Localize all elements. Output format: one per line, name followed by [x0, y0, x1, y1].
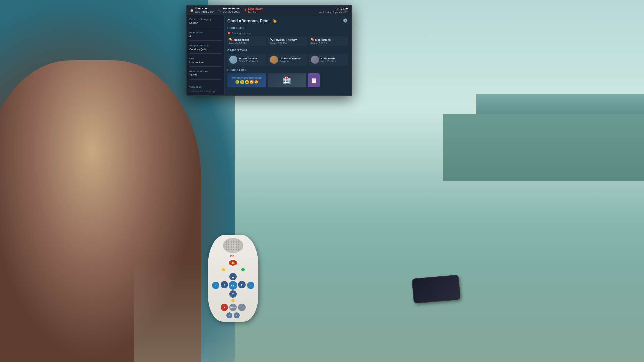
speaker-grille: [223, 238, 243, 253]
remote-control-area: PDi 🔔 ↩ ▲ ◄ OK ► ▼ ⌂: [208, 235, 262, 328]
remote-control: PDi 🔔 ↩ ▲ ◄ OK ► ▼ ⌂: [208, 235, 258, 322]
speaker-dot: [233, 249, 234, 250]
phone-device: [412, 275, 461, 304]
pt-header: 🦴 Physical Therapy: [270, 38, 305, 41]
edu-card-purple[interactable]: 📋: [308, 73, 320, 87]
calendar-icon: 📅: [227, 32, 231, 35]
schedule-card-medications-2[interactable]: 💊 Medications Around 6:00 PM: [309, 36, 348, 46]
med2-header: 💊 Medications: [311, 38, 346, 41]
care-card-3[interactable]: R. Richards Nurse Practitio...: [309, 54, 348, 66]
speaker-dot: [228, 244, 229, 245]
nav-right[interactable]: ►: [238, 281, 246, 288]
row-extra-buttons: ● MENU ℹ: [221, 304, 246, 311]
speaker-dot: [233, 247, 234, 248]
speaker-dot: [228, 247, 229, 248]
btn-2[interactable]: 2: [234, 312, 240, 318]
speaker-dot: [228, 242, 229, 243]
edu-card-medical[interactable]: 🏥: [268, 73, 306, 87]
sidebar-items: Preferred Language English Pain Score 4 …: [189, 18, 222, 80]
speaker-dot: [228, 249, 229, 250]
nav-down[interactable]: ▼: [229, 290, 237, 298]
purple-edu-icon: 📋: [311, 77, 317, 84]
sidebar-language: Preferred Language English: [189, 18, 222, 27]
mychart-sub: Bedside: [248, 11, 263, 14]
speaker-dot: [231, 247, 232, 248]
care-card-1[interactable]: B. Wierschem Nurse Practitioner: [227, 54, 266, 66]
schedule-title: Schedule: [227, 26, 348, 30]
mychart-logo-area: ✚ MyChart Bedside: [244, 7, 263, 14]
care-team-section: Care Team B. Wierschem Nurse Practitione…: [227, 49, 348, 66]
menu-button[interactable]: MENU: [229, 304, 237, 311]
care-name-3: R. Richards: [321, 57, 346, 60]
view-all-link[interactable]: View all (9): [189, 85, 222, 88]
speaker-dot: [228, 246, 229, 247]
tv-screen: 🏠 Your Room SS2 (Med Surg) 📞 Room Phone …: [186, 5, 352, 96]
schedule-card-physical-therapy[interactable]: 🦴 Physical Therapy Around 5:30 PM: [268, 36, 307, 46]
greeting-text: Good afternoon, Pete!: [227, 19, 270, 23]
info-button[interactable]: ℹ: [238, 304, 246, 311]
pain-scale-title: PAIN MEASUREMENT SCALE: [232, 77, 262, 79]
counter-area: [443, 114, 644, 181]
room-value: SS2 (Med Surg): [195, 10, 214, 13]
education-title: Education: [227, 68, 348, 72]
sos-button[interactable]: 🔔: [228, 259, 238, 266]
row-indicator-2: [231, 299, 235, 302]
row-top-indicators: [222, 268, 245, 272]
row-nav: ↩ ▲ ◄ OK ► ▼ ⌂: [212, 273, 254, 298]
header-right: 3:32 PM Wednesday, September 2nd: [319, 7, 348, 13]
red-button[interactable]: ●: [221, 304, 228, 311]
header-time: 3:32 PM: [319, 7, 348, 11]
language-value: English: [189, 21, 222, 24]
speaker-dot: [231, 241, 232, 242]
schedule-card-medications-1[interactable]: 💊 Medications Around 4:00 PM: [227, 36, 266, 46]
pain-faces: 😊 🙂 😐 😟 😣: [235, 80, 258, 84]
sidebar-diet: Diet Low sodium: [189, 57, 222, 67]
speaker-dot: [233, 246, 234, 247]
settings-icon[interactable]: ⚙️: [343, 18, 348, 23]
sidebar-support-person: Support Person Courtney (wife): [189, 44, 222, 54]
speaker-dot: [231, 246, 232, 247]
care-name-1: B. Wierschem: [239, 57, 264, 60]
speaker-dot: [231, 244, 232, 245]
main-header: Good afternoon, Pete! ☀️ ⚙️: [227, 18, 348, 24]
speaker-dot: [226, 249, 227, 250]
room-text: Your Room SS2 (Med Surg): [195, 7, 214, 13]
header-date: Wednesday, September 2nd: [319, 11, 348, 13]
care-info-3: R. Richards Nurse Practitio...: [321, 57, 346, 62]
support-person-value: Courtney (wife): [189, 48, 222, 51]
face-0: 😊: [235, 80, 239, 84]
education-section: Education PAIN MEASUREMENT SCALE 😊 🙂 😐 😟…: [227, 68, 348, 87]
btn-1[interactable]: 1: [226, 312, 232, 318]
education-cards: PAIN MEASUREMENT SCALE 😊 🙂 😐 😟 😣 🏥: [227, 73, 348, 87]
edu-card-pain-scale[interactable]: PAIN MEASUREMENT SCALE 😊 🙂 😐 😟 😣: [227, 73, 266, 87]
care-role-1: Nurse Practitioner: [239, 60, 264, 62]
med1-time: Around 4:00 PM: [229, 42, 265, 44]
face-4: 😐: [245, 80, 249, 84]
speaker-dot: [233, 242, 234, 243]
phone-label: Room Phone: [223, 7, 240, 10]
speaker-dot: [238, 249, 239, 250]
ok-button[interactable]: OK: [229, 281, 237, 290]
diet-value: Low sodium: [189, 61, 222, 64]
nav-left[interactable]: ◄: [221, 281, 228, 288]
bp-label: Blood Pressure: [189, 70, 222, 73]
pt-title: Physical Therapy: [274, 38, 297, 41]
sidebar-footer-area: View all (9) Last update 1 minute ago: [189, 85, 222, 92]
room-info: 🏠 Your Room SS2 (Med Surg): [190, 7, 214, 13]
care-card-2[interactable]: Dr. Enola Adakai Surgeon: [268, 54, 307, 66]
header-left: 🏠 Your Room SS2 (Med Surg) 📞 Room Phone …: [190, 7, 263, 14]
speaker-dot: [236, 247, 237, 248]
speaker-dot: [226, 246, 227, 247]
last-update: Last update 1 minute ago: [189, 90, 222, 92]
tv-content: Preferred Language English Pain Score 4 …: [187, 15, 351, 95]
home-button[interactable]: ⌂: [247, 282, 254, 289]
medication-icon-1: 💊: [229, 38, 233, 41]
back-button[interactable]: ↩: [212, 282, 219, 289]
nav-up[interactable]: ▲: [229, 273, 237, 280]
speaker-dot: [226, 242, 227, 243]
greeting-icon: ☀️: [272, 19, 277, 23]
speaker-dot: [228, 241, 229, 242]
speaker-dot: [238, 242, 239, 243]
care-info-2: Dr. Enola Adakai Surgeon: [280, 57, 305, 62]
language-label: Preferred Language: [189, 18, 222, 21]
